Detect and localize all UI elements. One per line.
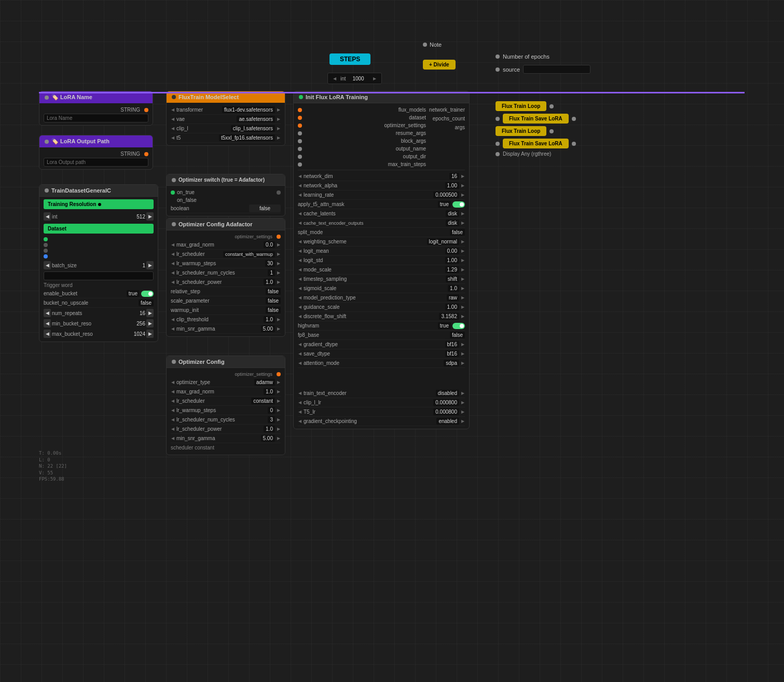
flux-loop1-button[interactable]: Flux Train Loop: [496, 101, 546, 111]
timestep-sampling-arrow[interactable]: ◀: [298, 277, 302, 281]
opt-warmup-arrow[interactable]: ◀: [171, 408, 175, 413]
min-bucket-decrement[interactable]: ◀: [44, 319, 51, 328]
clip-l-lr-right-arrow[interactable]: ▶: [461, 400, 465, 405]
save-dtype-right-arrow[interactable]: ▶: [461, 351, 465, 356]
logit-mean-right-arrow[interactable]: ▶: [461, 249, 465, 253]
opt-power-right-arrow[interactable]: ▶: [277, 427, 281, 431]
guidance-scale-arrow[interactable]: ◀: [298, 305, 302, 309]
opt-max-grad-right-arrow[interactable]: ▶: [277, 389, 281, 394]
t5-arrow[interactable]: ◀: [171, 135, 175, 140]
train-text-encoder-arrow[interactable]: ◀: [298, 391, 302, 395]
batch-size-decrement[interactable]: ◀: [44, 261, 51, 269]
cache-latents-arrow[interactable]: ◀: [298, 211, 302, 216]
adafactor-max-grad-arrow[interactable]: ◀: [171, 242, 175, 247]
logit-mean-arrow[interactable]: ◀: [298, 249, 302, 253]
clip-l-arrow[interactable]: ◀: [171, 126, 175, 131]
discrete-flow-arrow[interactable]: ◀: [298, 314, 302, 319]
discrete-flow-right-arrow[interactable]: ▶: [461, 314, 465, 319]
source-input[interactable]: [523, 65, 590, 74]
adafactor-warmup-arrow[interactable]: ◀: [171, 261, 175, 266]
network-alpha-right-arrow[interactable]: ▶: [461, 183, 465, 188]
opt-type-arrow[interactable]: ◀: [171, 380, 175, 385]
adafactor-warmup-right-arrow[interactable]: ▶: [277, 261, 281, 266]
cache-text-encoder-right-arrow[interactable]: ▶: [461, 221, 465, 225]
lora-name-input[interactable]: [44, 114, 148, 122]
opt-cycles-right-arrow[interactable]: ▶: [277, 417, 281, 422]
weighting-scheme-right-arrow[interactable]: ▶: [461, 239, 465, 244]
enable-bucket-toggle[interactable]: [141, 291, 154, 297]
gradient-dtype-arrow[interactable]: ◀: [298, 342, 302, 347]
num-repeats-increment[interactable]: ▶: [146, 309, 154, 317]
cache-latents-right-arrow[interactable]: ▶: [461, 211, 465, 216]
network-alpha-arrow[interactable]: ◀: [298, 183, 302, 188]
gradient-checkpointing-right-arrow[interactable]: ▶: [461, 419, 465, 424]
network-dim-arrow[interactable]: ◀: [298, 174, 302, 179]
weighting-scheme-arrow[interactable]: ◀: [298, 239, 302, 244]
clip-threshold-right-arrow[interactable]: ▶: [277, 317, 281, 322]
save-dtype-arrow[interactable]: ◀: [298, 351, 302, 356]
adafactor-lr-sched-right-arrow[interactable]: ▶: [277, 252, 281, 256]
model-prediction-arrow[interactable]: ◀: [298, 295, 302, 300]
mode-scale-right-arrow[interactable]: ▶: [461, 267, 465, 272]
adafactor-max-grad-right-arrow[interactable]: ▶: [277, 242, 281, 247]
adafactor-cycles-right-arrow[interactable]: ▶: [277, 270, 281, 275]
opt-lr-sched-right-arrow[interactable]: ▶: [277, 399, 281, 403]
guidance-scale-right-arrow[interactable]: ▶: [461, 305, 465, 309]
sigmoid-scale-right-arrow[interactable]: ▶: [461, 286, 465, 291]
batch-size-increment[interactable]: ▶: [146, 261, 154, 269]
opt-max-grad-arrow[interactable]: ◀: [171, 389, 175, 394]
gradient-checkpointing-arrow[interactable]: ◀: [298, 419, 302, 424]
opt-warmup-right-arrow[interactable]: ▶: [277, 408, 281, 413]
opt-snr-arrow[interactable]: ◀: [171, 436, 175, 441]
batch-size-input[interactable]: [44, 271, 154, 280]
opt-snr-right-arrow[interactable]: ▶: [277, 436, 281, 441]
logit-std-arrow[interactable]: ◀: [298, 258, 302, 263]
mode-scale-arrow[interactable]: ◀: [298, 267, 302, 272]
adafactor-lr-sched-arrow[interactable]: ◀: [171, 252, 175, 256]
gradient-dtype-right-arrow[interactable]: ▶: [461, 342, 465, 347]
int-decrement[interactable]: ◀: [331, 74, 338, 83]
adafactor-power-arrow[interactable]: ◀: [171, 280, 175, 284]
highvram-toggle[interactable]: [452, 323, 465, 329]
clip-threshold-arrow[interactable]: ◀: [171, 317, 175, 322]
t5-right-arrow[interactable]: ▶: [277, 135, 281, 140]
timestep-sampling-right-arrow[interactable]: ▶: [461, 277, 465, 281]
apply-t5-toggle[interactable]: [452, 201, 465, 208]
lora-output-input[interactable]: [44, 158, 148, 167]
clip-l-right-arrow[interactable]: ▶: [277, 126, 281, 131]
model-prediction-right-arrow[interactable]: ▶: [461, 295, 465, 300]
adafactor-snr-right-arrow[interactable]: ▶: [277, 326, 281, 331]
learning-rate-arrow[interactable]: ◀: [298, 193, 302, 197]
network-dim-right-arrow[interactable]: ▶: [461, 174, 465, 179]
t5-lr-right-arrow[interactable]: ▶: [461, 410, 465, 414]
num-repeats-decrement[interactable]: ◀: [44, 309, 51, 317]
sigmoid-scale-arrow[interactable]: ◀: [298, 286, 302, 291]
opt-power-arrow[interactable]: ◀: [171, 427, 175, 431]
t5-lr-arrow[interactable]: ◀: [298, 410, 302, 414]
max-bucket-decrement[interactable]: ◀: [44, 330, 51, 338]
transformer-right-arrow[interactable]: ▶: [277, 107, 281, 112]
cache-text-encoder-arrow[interactable]: ◀: [298, 221, 302, 225]
flux-save1-button[interactable]: Flux Train Save LoRA: [503, 114, 569, 124]
adafactor-power-right-arrow[interactable]: ▶: [277, 280, 281, 284]
resolution-increment[interactable]: ▶: [146, 212, 154, 221]
flux-save2-button[interactable]: Flux Train Save LoRA: [503, 139, 569, 148]
attention-mode-arrow[interactable]: ◀: [298, 361, 302, 365]
attention-mode-right-arrow[interactable]: ▶: [461, 361, 465, 365]
adafactor-cycles-arrow[interactable]: ◀: [171, 270, 175, 275]
train-text-encoder-right-arrow[interactable]: ▶: [461, 391, 465, 395]
clip-l-lr-arrow[interactable]: ◀: [298, 400, 302, 405]
logit-std-right-arrow[interactable]: ▶: [461, 258, 465, 263]
min-bucket-increment[interactable]: ▶: [146, 319, 154, 328]
vae-right-arrow[interactable]: ▶: [277, 117, 281, 121]
learning-rate-right-arrow[interactable]: ▶: [461, 193, 465, 197]
max-bucket-increment[interactable]: ▶: [146, 330, 154, 338]
flux-loop2-button[interactable]: Flux Train Loop: [496, 126, 546, 136]
transformer-arrow[interactable]: ◀: [171, 107, 175, 112]
opt-cycles-arrow[interactable]: ◀: [171, 417, 175, 422]
resolution-decrement[interactable]: ◀: [44, 212, 51, 221]
opt-type-right-arrow[interactable]: ▶: [277, 380, 281, 385]
vae-arrow[interactable]: ◀: [171, 117, 175, 121]
opt-lr-sched-arrow[interactable]: ◀: [171, 399, 175, 403]
int-increment[interactable]: ▶: [371, 74, 378, 83]
